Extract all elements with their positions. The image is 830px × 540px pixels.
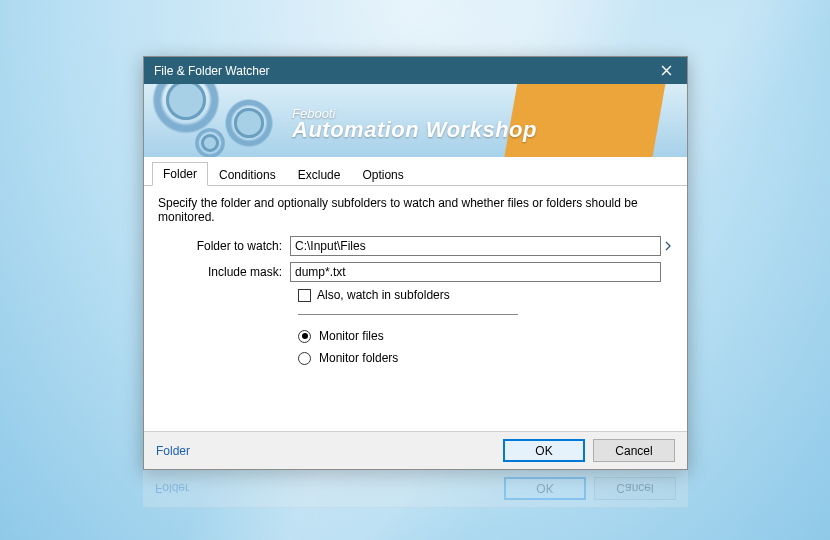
- title-bar: File & Folder Watcher: [144, 57, 687, 84]
- banner: Febooti Automation Workshop: [144, 84, 687, 158]
- monitor-files-radio[interactable]: [298, 330, 311, 343]
- window-title: File & Folder Watcher: [154, 64, 645, 78]
- tab-strip: Folder Conditions Exclude Options: [144, 158, 687, 186]
- ok-button[interactable]: OK: [503, 439, 585, 462]
- folder-input[interactable]: [290, 236, 661, 256]
- monitor-folders-radio[interactable]: [298, 352, 311, 365]
- tab-body-folder: Specify the folder and optionally subfol…: [144, 186, 687, 365]
- banner-text: Febooti Automation Workshop: [292, 106, 537, 143]
- mask-label: Include mask:: [158, 265, 290, 279]
- chevron-right-icon: [665, 241, 671, 251]
- tab-description: Specify the folder and optionally subfol…: [158, 196, 673, 224]
- gear-icon: [189, 122, 231, 158]
- subfolders-checkbox[interactable]: [298, 289, 311, 302]
- separator: [298, 314, 518, 315]
- dialog-window: File & Folder Watcher Febooti Automation…: [143, 56, 688, 470]
- close-button[interactable]: [645, 57, 687, 84]
- browse-button[interactable]: [663, 236, 673, 256]
- subfolders-label: Also, watch in subfolders: [317, 288, 450, 302]
- help-link[interactable]: Folder: [156, 444, 190, 458]
- mask-input[interactable]: [290, 262, 661, 282]
- tab-folder[interactable]: Folder: [152, 162, 208, 186]
- product-name: Automation Workshop: [292, 117, 537, 143]
- tab-options[interactable]: Options: [351, 163, 414, 186]
- monitor-files-label: Monitor files: [319, 329, 384, 343]
- tab-conditions[interactable]: Conditions: [208, 163, 287, 186]
- tab-exclude[interactable]: Exclude: [287, 163, 352, 186]
- cancel-button[interactable]: Cancel: [593, 439, 675, 462]
- dialog-footer: Folder OK Cancel: [144, 431, 687, 469]
- close-icon: [661, 65, 672, 76]
- monitor-folders-label: Monitor folders: [319, 351, 398, 365]
- folder-label: Folder to watch:: [158, 239, 290, 253]
